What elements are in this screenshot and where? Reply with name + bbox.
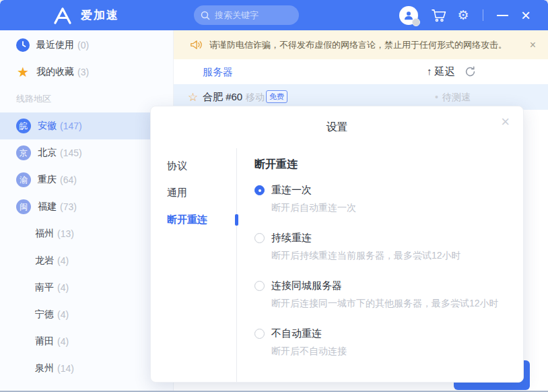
section-label-regions: 线路地区: [0, 88, 173, 110]
sidebar-item-count: (0): [77, 40, 89, 51]
star-icon: ★: [16, 65, 30, 79]
city-count: (13): [57, 228, 74, 239]
sidebar-item-clipped[interactable]: 三明: [0, 382, 173, 391]
sidebar-item-label: 最近使用: [36, 39, 74, 51]
option-reconnect-once[interactable]: 重连一次 断开后自动重连一次: [254, 184, 503, 214]
settings-modal: 设置 × 协议 通用 断开重连 断开重连 重连一次 断开后自动重连一次: [150, 106, 524, 383]
region-label: 安徽: [38, 120, 57, 132]
sidebar-item-longyan[interactable]: 龙岩 (4): [0, 247, 173, 274]
option-desc: 断开后持续重连当前服务器，最多尝试12小时: [271, 250, 503, 262]
favorite-star-icon[interactable]: ☆: [188, 90, 198, 104]
region-count: (147): [60, 121, 82, 131]
topbar-divider: [483, 9, 483, 21]
server-status: •待测速: [435, 92, 471, 104]
option-desc: 断开后不自动连接: [271, 346, 503, 358]
modal-title: 设置: [151, 106, 523, 135]
city-label: 南平: [35, 282, 54, 294]
region-count: (64): [60, 174, 77, 185]
sidebar-item-fuzhou[interactable]: 福州 (13): [0, 220, 173, 247]
sidebar-item-beijing[interactable]: 京 北京 (145): [0, 139, 173, 166]
settings-tab-list: 协议 通用 断开重连: [151, 148, 237, 382]
user-avatar[interactable]: [399, 0, 419, 30]
sidebar-item-chongqing[interactable]: 渝 重庆 (64): [0, 166, 173, 193]
server-name: 合肥 #60: [203, 91, 242, 104]
search-box[interactable]: [194, 5, 299, 25]
city-label: 三明: [35, 389, 54, 391]
region-badge: 闽: [16, 199, 31, 214]
option-label: 持续重连: [271, 232, 312, 244]
server-list-header: 服务器 ↑延迟: [174, 59, 548, 84]
app-logo-icon: [53, 7, 73, 24]
section-title: 断开重连: [254, 158, 503, 172]
city-count: (4): [57, 336, 69, 347]
sidebar-item-nanping[interactable]: 南平 (4): [0, 274, 173, 301]
sidebar-item-count: (3): [77, 67, 89, 77]
city-count: (4): [57, 282, 69, 293]
clock-icon: [16, 38, 30, 52]
sort-arrow-icon: ↑: [427, 65, 432, 77]
tab-general[interactable]: 通用: [151, 179, 236, 206]
search-input[interactable]: [215, 10, 289, 20]
sidebar-item-anhui[interactable]: 皖 安徽 (147): [0, 112, 173, 139]
city-label: 龙岩: [35, 255, 54, 267]
tab-protocol[interactable]: 协议: [151, 152, 236, 179]
avatar-status-badge: [412, 18, 420, 26]
city-count: (4): [57, 309, 69, 320]
city-label: 莆田: [35, 335, 54, 348]
city-label: 宁德: [35, 308, 54, 321]
modal-close-icon[interactable]: ×: [501, 115, 510, 129]
radio-icon[interactable]: [254, 329, 265, 339]
sidebar: 最近使用 (0) ★ 我的收藏 (3) 线路地区 皖 安徽 (147) 京 北京…: [0, 30, 174, 391]
sidebar-item-quanzhou[interactable]: 泉州 (14): [0, 355, 173, 382]
city-label: 福州: [35, 228, 54, 240]
refresh-icon[interactable]: [465, 66, 476, 77]
sidebar-item-ningde[interactable]: 宁德 (4): [0, 301, 173, 328]
banner-close-icon[interactable]: ×: [530, 39, 536, 51]
radio-icon[interactable]: [254, 233, 265, 243]
app-window: 爱加速 ⚙ × 最近使用 (0): [0, 0, 548, 392]
tab-reconnect[interactable]: 断开重连: [151, 206, 236, 233]
sidebar-item-label: 我的收藏: [36, 66, 74, 78]
gear-icon[interactable]: ⚙: [455, 0, 471, 30]
radio-selected-icon[interactable]: [254, 185, 265, 195]
sidebar-item-putian[interactable]: 莆田 (4): [0, 328, 173, 355]
cart-icon[interactable]: [430, 0, 447, 30]
minimize-button[interactable]: [493, 0, 511, 30]
region-label: 北京: [38, 147, 57, 159]
city-label: 泉州: [35, 362, 54, 374]
city-count: (14): [57, 363, 74, 374]
topbar: 爱加速 ⚙ ×: [0, 0, 548, 30]
sidebar-item-favorites[interactable]: ★ 我的收藏 (3): [0, 59, 173, 86]
sidebar-item-recent[interactable]: 最近使用 (0): [0, 32, 173, 59]
region-badge: 皖: [16, 119, 31, 133]
option-desc: 断开后自动重连一次: [271, 202, 503, 214]
search-icon: [201, 11, 210, 20]
option-label: 不自动重连: [271, 327, 322, 340]
option-label: 重连一次: [271, 184, 312, 197]
banner-text: 请谨防电信诈骗，不得发布虚假的网络言论，禁止用于任何形式的网络攻击。: [209, 39, 530, 51]
notice-banner: 请谨防电信诈骗，不得发布虚假的网络言论，禁止用于任何形式的网络攻击。 ×: [174, 30, 548, 59]
region-label: 福建: [38, 201, 57, 213]
city-count: (4): [57, 255, 69, 266]
megaphone-icon: [190, 39, 203, 51]
status-dot: •: [435, 92, 438, 102]
region-count: (73): [60, 201, 77, 212]
sidebar-item-fujian[interactable]: 闽 福建 (73): [0, 193, 173, 220]
region-label: 重庆: [38, 174, 57, 186]
app-logo: 爱加速: [53, 0, 119, 30]
free-badge: 免费: [266, 90, 287, 103]
radio-icon[interactable]: [254, 281, 265, 291]
option-continuous-reconnect[interactable]: 持续重连 断开后持续重连当前服务器，最多尝试12小时: [254, 232, 503, 262]
close-button[interactable]: ×: [516, 0, 535, 30]
app-title: 爱加速: [81, 7, 119, 23]
option-same-city-server[interactable]: 连接同城服务器 断开后连接同一城市下的其他服务器，最多尝试12小时: [254, 280, 503, 310]
reconnect-settings-pane: 断开重连 重连一次 断开后自动重连一次 持续重连 断开后持续重连当前服务器，最多…: [237, 148, 523, 382]
region-badge: 京: [16, 145, 31, 160]
region-count: (145): [60, 148, 82, 158]
server-column-header: 服务器: [203, 66, 233, 79]
option-desc: 断开后连接同一城市下的其他服务器，最多尝试12小时: [271, 298, 503, 310]
region-badge: 渝: [16, 172, 31, 187]
option-label: 连接同城服务器: [271, 280, 342, 292]
latency-sort[interactable]: ↑延迟: [427, 65, 455, 78]
option-no-auto-reconnect[interactable]: 不自动重连 断开后不自动连接: [254, 327, 503, 358]
